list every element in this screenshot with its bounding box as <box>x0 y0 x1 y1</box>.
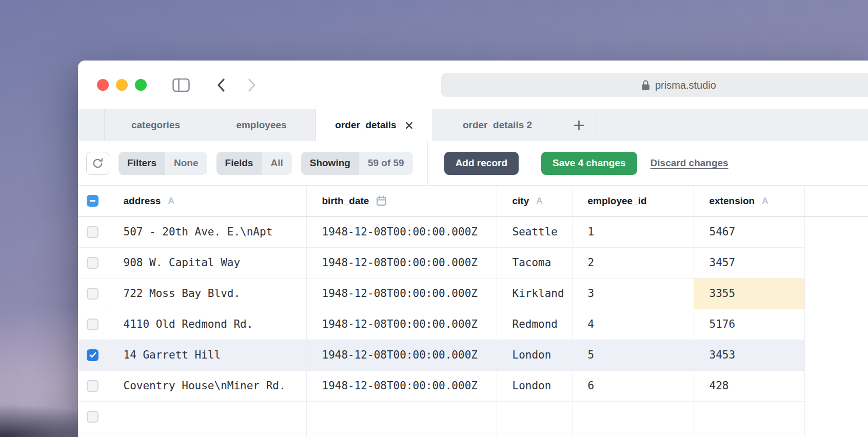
filters-control[interactable]: Filters None <box>119 152 207 175</box>
cell-address[interactable]: 507 - 20th Ave. E.\nApt <box>108 216 306 247</box>
row-checkbox[interactable] <box>87 319 98 330</box>
cell-city[interactable]: Seattle <box>497 216 572 247</box>
text-type-icon: A <box>536 196 542 206</box>
column-title: city <box>512 195 529 207</box>
new-tab-button[interactable] <box>562 109 596 141</box>
zoom-window-button[interactable] <box>135 79 147 91</box>
select-all-checkbox[interactable] <box>87 195 98 207</box>
cell-employee_id[interactable]: 3 <box>572 278 694 309</box>
tab-label: categories <box>131 120 180 131</box>
cell-extension[interactable]: 5176 <box>694 309 804 340</box>
cell-employee_id[interactable]: 2 <box>572 247 694 278</box>
row-checkbox[interactable] <box>87 380 98 392</box>
row-select-cell <box>78 340 108 370</box>
row-select-cell <box>78 247 108 278</box>
row-checkbox[interactable] <box>87 226 98 238</box>
cell-extension[interactable]: 3355 <box>694 278 804 309</box>
row-select-cell <box>78 216 108 247</box>
url-text: prisma.studio <box>655 79 716 91</box>
column-title: birth_date <box>322 195 369 207</box>
refresh-button[interactable] <box>86 152 109 175</box>
cell-employee_id <box>572 432 694 437</box>
row-checkbox[interactable] <box>87 411 98 423</box>
column-title: address <box>124 195 161 207</box>
row-checkbox[interactable] <box>87 288 98 300</box>
text-type-icon: A <box>762 196 768 206</box>
save-changes-button[interactable]: Save 4 changes <box>541 152 637 175</box>
back-button[interactable] <box>215 77 227 93</box>
sidebar-icon <box>172 78 190 92</box>
cell-birth_date[interactable]: 1948-12-08T00:00:00.000Z <box>306 278 497 309</box>
close-window-button[interactable] <box>97 79 109 91</box>
text-type-icon: A <box>168 196 174 206</box>
cell-address[interactable]: 14 Garrett Hill <box>108 340 306 370</box>
cell-birth_date[interactable]: 1948-12-08T00:00:00.000Z <box>306 340 497 370</box>
toolbar-divider <box>427 141 428 185</box>
cell-extension[interactable]: 3457 <box>694 247 804 278</box>
close-tab-icon[interactable] <box>405 121 413 130</box>
select-all-header-cell <box>78 186 108 216</box>
sidebar-toggle-button[interactable] <box>172 78 190 92</box>
cell-employee_id[interactable]: 1 <box>572 216 694 247</box>
column-header-address[interactable]: address A <box>108 186 306 216</box>
column-header-city[interactable]: city A <box>497 186 572 216</box>
table-body: 507 - 20th Ave. E.\nApt1948-12-08T00:00:… <box>78 216 868 437</box>
column-header-birth-date[interactable]: birth_date <box>306 186 497 216</box>
tab-order-details-2[interactable]: order_details 2 <box>433 109 562 141</box>
cell-extension[interactable]: 5467 <box>694 216 804 247</box>
cell-extension[interactable]: 3453 <box>694 340 804 370</box>
tab-bar-spacer <box>78 109 105 141</box>
row-select-cell <box>78 278 108 309</box>
minimize-window-button[interactable] <box>116 79 128 91</box>
cell-city[interactable]: Tacoma <box>497 247 572 278</box>
add-record-button[interactable]: Add record <box>444 152 519 175</box>
url-bar[interactable]: prisma.studio <box>441 73 868 97</box>
cell-extension[interactable]: 428 <box>694 370 804 401</box>
showing-label: Showing <box>301 152 359 175</box>
row-checkbox[interactable] <box>87 257 98 269</box>
cell-birth_date[interactable]: 1948-12-08T00:00:00.000Z <box>306 216 497 247</box>
fields-value: All <box>262 152 291 175</box>
tab-categories[interactable]: categories <box>105 109 207 141</box>
cell-birth_date[interactable]: 1948-12-08T00:00:00.000Z <box>306 247 497 278</box>
forward-button[interactable] <box>246 77 258 93</box>
column-header-extension[interactable]: extension A <box>694 186 804 216</box>
tab-order-details[interactable]: order_details <box>316 109 433 141</box>
cell-city[interactable]: Kirkland <box>497 278 572 309</box>
cell-address[interactable]: 722 Moss Bay Blvd. <box>108 278 306 309</box>
row-select-cell <box>78 370 108 401</box>
cell-address[interactable]: Coventry House\nMiner Rd. <box>108 370 306 401</box>
cell-employee_id[interactable]: 4 <box>572 309 694 340</box>
table-row: 722 Moss Bay Blvd.1948-12-08T00:00:00.00… <box>78 278 868 309</box>
fields-control[interactable]: Fields All <box>216 152 292 175</box>
showing-control[interactable]: Showing 59 of 59 <box>301 152 413 175</box>
cell-address[interactable]: 4110 Old Redmond Rd. <box>108 309 306 340</box>
cell-employee_id[interactable]: 5 <box>572 340 694 370</box>
table-row: 14 Garrett Hill1948-12-08T00:00:00.000ZL… <box>78 340 868 370</box>
row-filler <box>804 247 868 278</box>
traffic-lights <box>97 79 147 91</box>
row-filler <box>804 340 868 370</box>
data-table: address A birth_date city A <box>78 185 868 437</box>
tab-employees[interactable]: employees <box>207 109 316 141</box>
row-checkbox[interactable] <box>87 349 98 361</box>
chevron-right-icon <box>246 77 258 93</box>
cell-city[interactable]: Redmond <box>497 309 572 340</box>
cell-birth_date[interactable]: 1948-12-08T00:00:00.000Z <box>306 309 497 340</box>
cell-city[interactable]: London <box>497 370 572 401</box>
tab-label: order_details 2 <box>463 120 532 131</box>
discard-changes-link[interactable]: Discard changes <box>650 157 728 169</box>
toolbar: Filters None Fields All Showing 59 of 59… <box>78 141 868 185</box>
filters-label: Filters <box>119 152 165 175</box>
filters-value: None <box>165 152 207 175</box>
cell-birth_date[interactable]: 1948-12-08T00:00:00.000Z <box>306 370 497 401</box>
cell-employee_id[interactable]: 6 <box>572 370 694 401</box>
refresh-icon <box>92 157 104 169</box>
cell-city[interactable]: London <box>497 340 572 370</box>
cell-address[interactable]: 908 W. Capital Way <box>108 247 306 278</box>
column-title: extension <box>709 195 755 207</box>
browser-titlebar: prisma.studio <box>78 61 868 109</box>
cell-address <box>108 432 306 437</box>
lock-icon <box>641 80 650 90</box>
column-header-employee-id[interactable]: employee_id <box>572 186 694 216</box>
